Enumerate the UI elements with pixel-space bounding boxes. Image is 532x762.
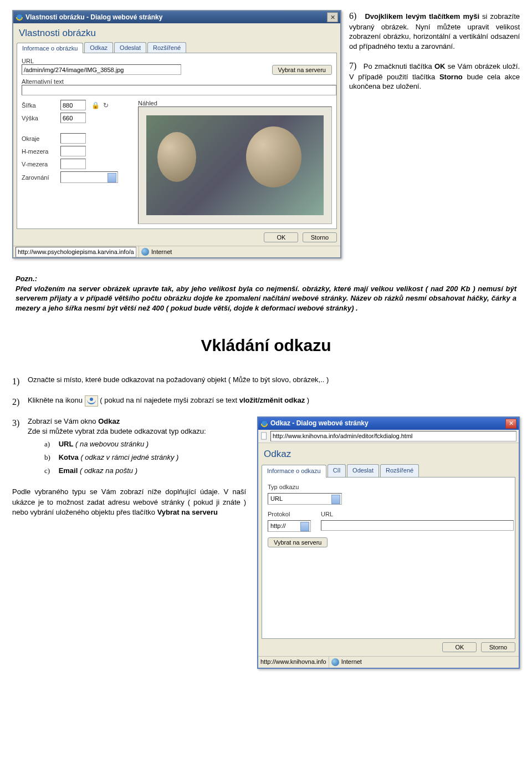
url-label: URL	[22, 58, 272, 64]
ok-button[interactable]: OK	[264, 232, 298, 242]
instruction-notes: 6) Dvojklikem levým tlačítkem myši si zo…	[349, 10, 520, 100]
sub-a-marker: a)	[44, 439, 57, 450]
linktype-label: Typ odkazu	[268, 483, 509, 492]
hspace-input[interactable]	[60, 146, 86, 156]
status-url2: http://www.knihovna.info	[260, 658, 326, 667]
vspace-input[interactable]	[60, 159, 86, 169]
address-bar	[258, 430, 519, 443]
tab-link[interactable]: Odkaz	[84, 42, 113, 53]
height-input[interactable]	[60, 113, 86, 123]
sub-b-bold: Kotva	[59, 453, 79, 461]
status-bar: Internet	[13, 246, 340, 257]
width-input[interactable]	[60, 100, 86, 110]
alt-input[interactable]	[22, 85, 336, 95]
alt-label: Alternativní text	[22, 78, 332, 85]
browse-server-button[interactable]: Vybrat na serveru	[272, 65, 332, 75]
step-2-pre: Klikněte na ikonu	[28, 397, 85, 405]
align-label: Zarovnání	[22, 174, 60, 181]
note7-number: 7)	[349, 61, 356, 70]
internet-zone-icon	[141, 248, 149, 256]
sub-b-marker: b)	[44, 453, 57, 463]
ok-button2[interactable]: OK	[442, 642, 477, 652]
hspace-label: H-mezera	[22, 148, 60, 155]
protocol-value: http://	[270, 522, 286, 531]
step-3-marker: 3)	[12, 416, 28, 479]
section-heading: Vkládání odkazu	[12, 336, 520, 355]
cancel-button[interactable]: Storno	[303, 232, 337, 242]
tab-upload[interactable]: Odeslat	[347, 464, 379, 477]
align-select[interactable]	[60, 171, 118, 183]
protocol-select[interactable]: http://	[268, 520, 311, 532]
ie-icon	[16, 13, 23, 21]
preview-label: Náhled	[138, 100, 332, 106]
linktype-value: URL	[270, 495, 283, 504]
image-properties-dialog: Vlastnosti obrázku - Dialog webové strán…	[12, 10, 341, 258]
sub-c-italic: ( odkaz na poštu )	[80, 466, 137, 475]
svg-rect-2	[262, 433, 267, 439]
after-bold: Vybrat na serveru	[157, 508, 218, 516]
tab-image-info[interactable]: Informace o obrázku	[17, 43, 83, 53]
protocol-label: Protokol	[268, 510, 311, 519]
sub-c-marker: c)	[44, 466, 57, 476]
note-text: Před vložením na server obrázek upravte …	[16, 285, 516, 312]
step-3-pre: Zobrazí se Vám okno	[28, 417, 98, 425]
note7-storno: Storno	[439, 73, 463, 81]
sub-c-bold: Email	[59, 466, 78, 475]
close-icon[interactable]: ✕	[505, 419, 516, 429]
step-3-sub: Zde si můžete vybrat zda budete odkazova…	[28, 427, 206, 435]
dialog-tabs: Informace o obrázku Odkaz Odeslat Rozšíř…	[17, 42, 337, 53]
note6-bold: Dvojklikem levým tlačítkem myši	[365, 12, 479, 21]
dialog2-tabs: Informace o odkazu Cíl Odeslat Rozšířené	[262, 464, 515, 477]
dialog-titlebar: Vlastnosti obrázku - Dialog webové strán…	[13, 11, 340, 23]
tab-link-info[interactable]: Informace o odkazu	[262, 465, 326, 477]
preview-image	[146, 115, 324, 215]
url2-input[interactable]	[321, 520, 514, 531]
cancel-button2[interactable]: Storno	[481, 642, 515, 652]
note7-pre: Po zmačknuti tlačítka	[364, 62, 434, 70]
dialog2-title: Odkaz - Dialog webové stránky	[270, 419, 504, 428]
tab-advanced[interactable]: Rozšířené	[380, 464, 419, 477]
url-input[interactable]	[22, 64, 181, 75]
note6-number: 6)	[349, 11, 356, 21]
width-label: Šířka	[22, 102, 60, 109]
note7-ok: OK	[434, 62, 446, 70]
dialog-heading: Vlastnosti obrázku	[19, 28, 337, 39]
url2-label: URL	[321, 510, 509, 519]
browse-server-button2[interactable]: Vybrat na serveru	[268, 537, 328, 547]
height-label: Výška	[22, 115, 60, 121]
lock-icon[interactable]: 🔒	[91, 101, 100, 109]
dialog2-titlebar: Odkaz - Dialog webové stránky ✕	[258, 418, 519, 430]
border-input[interactable]	[60, 133, 86, 144]
status-url	[16, 247, 136, 257]
address-input[interactable]	[270, 431, 516, 441]
close-icon[interactable]: ✕	[327, 12, 338, 22]
sub-a-italic: ( na webovou stránku )	[75, 440, 149, 448]
link-toolbar-icon	[85, 395, 98, 407]
tab-advanced[interactable]: Rozšířené	[147, 42, 186, 53]
dialog2-heading: Odkaz	[264, 448, 515, 461]
ie-icon	[260, 420, 268, 428]
status-bar2: http://www.knihovna.info Internet	[258, 656, 519, 668]
border-label: Okraje	[22, 135, 60, 142]
preview-box[interactable]	[138, 106, 332, 224]
step-2-post: )	[307, 397, 309, 405]
internet-zone-icon	[331, 658, 339, 666]
step-2-bold: vložit/změnit odkaz	[239, 397, 305, 405]
tab-target[interactable]: Cíl	[328, 464, 346, 477]
vspace-label: V-mezera	[22, 161, 60, 167]
step-1-text: Označte si místo, které bude odkazovat n…	[28, 375, 520, 388]
zone-text: Internet	[151, 248, 172, 255]
dialog-title: Vlastnosti obrázku - Dialog webové strán…	[25, 13, 326, 21]
step-3-bold: Odkaz	[98, 417, 120, 425]
step-1-marker: 1)	[12, 375, 28, 388]
note-block: Pozn.: Před vložením na server obrázek u…	[16, 274, 516, 313]
link-dialog: Odkaz - Dialog webové stránky ✕ Odkaz In…	[257, 416, 520, 669]
linktype-select[interactable]: URL	[268, 493, 342, 505]
sub-a-bold: URL	[59, 440, 74, 448]
step-2-mid: ( pokud na ní najedete myši zobrazí se t…	[100, 397, 239, 405]
note-title: Pozn.:	[16, 275, 37, 283]
tab-upload[interactable]: Odeslat	[114, 42, 146, 53]
sub-b-italic: ( odkaz v rámci jedné stránky )	[80, 453, 178, 461]
refresh-icon[interactable]: ↻	[103, 101, 109, 109]
page-icon	[260, 432, 268, 440]
